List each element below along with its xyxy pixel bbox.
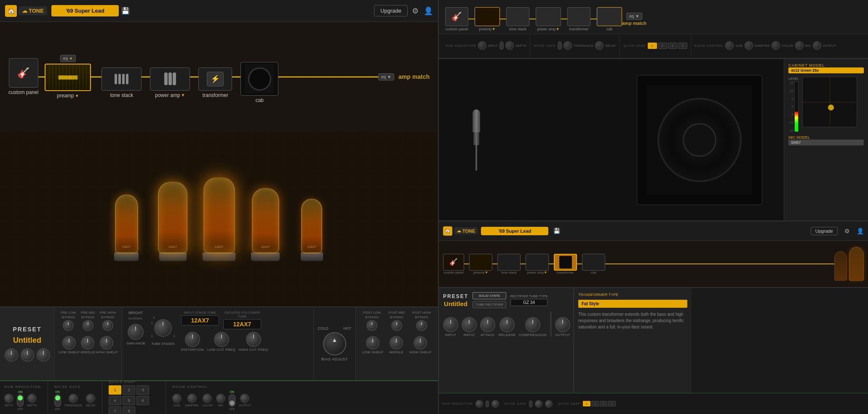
pre-high-knob-top[interactable] bbox=[102, 320, 113, 331]
rb-poweramp-img[interactable] bbox=[526, 254, 549, 271]
post-low-shelf-knob[interactable] bbox=[366, 336, 379, 349]
preset-knob-3[interactable] bbox=[37, 348, 50, 362]
mini-amp-match[interactable]: amp match bbox=[622, 21, 646, 26]
transformer-type-value[interactable]: Fat Style bbox=[578, 300, 687, 308]
gain-knob[interactable] bbox=[128, 324, 144, 340]
rt-decay-knob[interactable] bbox=[595, 41, 604, 50]
amp-match-label[interactable]: amp match bbox=[398, 73, 430, 80]
snap-btn-6[interactable]: 6 bbox=[136, 396, 149, 405]
preamp-img[interactable]: ████████ bbox=[45, 64, 91, 91]
decay-knob[interactable] bbox=[86, 394, 95, 403]
eq-badge-preamp[interactable]: eq ▼ bbox=[60, 55, 76, 62]
rt-snap-2[interactable]: 2 bbox=[658, 43, 667, 49]
distortion-knob[interactable] bbox=[185, 332, 200, 347]
depth-knob[interactable] bbox=[27, 394, 37, 403]
cabinet-model-value[interactable]: 4x12 Green 25s bbox=[788, 67, 864, 73]
pre-low-knob-top[interactable] bbox=[63, 320, 74, 331]
tonestack-img[interactable] bbox=[101, 67, 142, 91]
size-knob[interactable] bbox=[172, 394, 182, 403]
rb-settings-icon[interactable]: ⚙ bbox=[844, 228, 850, 234]
post-high-shelf-knob[interactable] bbox=[414, 336, 427, 349]
rb-input-knob[interactable] bbox=[443, 317, 458, 332]
rb-upgrade-btn[interactable]: Upgrade bbox=[811, 227, 838, 235]
transformer-img[interactable]: ⚡ bbox=[198, 67, 232, 91]
solid-state-btn[interactable]: SOLID STATE bbox=[473, 292, 506, 299]
chain-item-poweramp[interactable]: power amp ▼ bbox=[150, 56, 190, 98]
post-mid-knob-top[interactable] bbox=[391, 320, 402, 331]
mini-poweramp-img[interactable] bbox=[536, 7, 561, 26]
preset-knob-1[interactable] bbox=[5, 348, 18, 362]
rt-size-knob[interactable] bbox=[725, 41, 734, 50]
rb-depth-knob2[interactable] bbox=[491, 400, 499, 408]
save-icon[interactable]: 💾 bbox=[121, 7, 130, 15]
rb-snap-3[interactable]: 3 bbox=[600, 401, 607, 406]
rb-hum-knob[interactable] bbox=[475, 400, 483, 408]
color-knob[interactable] bbox=[203, 394, 212, 403]
rb-ratio-knob[interactable] bbox=[462, 317, 477, 332]
room-toggle[interactable] bbox=[229, 394, 235, 407]
mini-transformer[interactable]: transformer bbox=[567, 7, 590, 31]
poweramp-dropdown[interactable]: ▼ bbox=[181, 93, 185, 97]
post-high-knob-top[interactable] bbox=[416, 320, 427, 331]
rb-tonestack[interactable]: tone stack bbox=[497, 254, 521, 274]
chain-item-tonestack[interactable]: tone stack bbox=[101, 56, 142, 98]
rb-cab-img[interactable] bbox=[582, 254, 605, 271]
post-low-knob-top[interactable] bbox=[366, 320, 377, 331]
rt-snap-3[interactable]: 3 bbox=[668, 43, 677, 49]
rb-save-icon[interactable]: 💾 bbox=[553, 228, 560, 234]
input-stage-tube-select[interactable]: 12AX7 bbox=[181, 315, 219, 325]
rt-depth-knob[interactable] bbox=[505, 41, 514, 50]
mini-preamp-img[interactable] bbox=[475, 7, 500, 26]
low-shelf-knob[interactable] bbox=[62, 336, 76, 349]
rt-snap-4[interactable]: 4 bbox=[678, 43, 687, 49]
bias-knob[interactable] bbox=[323, 332, 346, 355]
rb-tonestack-img[interactable] bbox=[497, 254, 521, 271]
rb-attack-knob[interactable] bbox=[480, 317, 495, 332]
mini-eq[interactable]: eq ▼ bbox=[626, 13, 642, 20]
preset-knob-2[interactable] bbox=[21, 348, 34, 362]
pre-mid-knob-top[interactable] bbox=[83, 320, 93, 331]
hum-toggle[interactable] bbox=[17, 394, 24, 407]
poweramp-img[interactable] bbox=[150, 67, 190, 91]
threshold-knob[interactable] bbox=[69, 394, 78, 403]
rb-preamp-img[interactable] bbox=[469, 254, 492, 271]
rb-snap-2[interactable]: 2 bbox=[591, 401, 599, 406]
rb-home-icon[interactable]: 🏠 bbox=[443, 226, 452, 236]
chain-item-ampmatch[interactable]: amp match bbox=[398, 73, 430, 80]
output-knob[interactable] bbox=[240, 394, 249, 403]
mini-tonestack[interactable]: tone stack bbox=[506, 7, 529, 31]
rt-hum-knob[interactable] bbox=[478, 41, 486, 50]
mini-transformer-img[interactable] bbox=[567, 7, 590, 26]
cathode-tube-select[interactable]: 12AX7 bbox=[223, 319, 261, 329]
cab-img[interactable] bbox=[240, 62, 278, 96]
snap-btn-8[interactable]: 8 bbox=[123, 406, 135, 414]
upgrade-button[interactable]: Upgrade bbox=[374, 5, 408, 16]
middle-knob[interactable] bbox=[81, 336, 94, 349]
xy-pad[interactable] bbox=[802, 77, 857, 127]
preset-name-header[interactable]: '69 Super Lead bbox=[51, 5, 119, 16]
low-cut-knob[interactable] bbox=[214, 332, 229, 347]
snap-btn-7[interactable]: 7 bbox=[109, 406, 121, 414]
high-shelf-knob[interactable] bbox=[100, 336, 113, 349]
rt-mix-knob[interactable] bbox=[795, 41, 804, 50]
rt-snap-1[interactable]: 1 bbox=[648, 43, 657, 49]
rb-user-icon[interactable]: 👤 bbox=[857, 228, 864, 234]
rb-snap-4[interactable]: 4 bbox=[608, 401, 616, 406]
chain-item-preamp[interactable]: eq ▼ ████████ preamp ▼ bbox=[45, 55, 91, 99]
input-knob[interactable] bbox=[4, 394, 13, 403]
rb-output-knob[interactable] bbox=[555, 317, 570, 332]
rb-preset-name[interactable]: '69 Super Lead bbox=[481, 227, 548, 235]
home-icon[interactable]: 🏠 bbox=[5, 5, 17, 17]
mini-cab-img[interactable] bbox=[597, 7, 622, 26]
mini-preamp[interactable]: preamp▼ bbox=[475, 7, 500, 31]
rt-damping-knob[interactable] bbox=[745, 41, 753, 50]
tube-stages-dial[interactable]: 5 4 3 2 bbox=[154, 319, 172, 340]
preamp-dropdown[interactable]: ▼ bbox=[75, 94, 79, 98]
snap-btn-1[interactable]: 1 bbox=[109, 385, 121, 395]
damping-knob[interactable] bbox=[187, 394, 197, 403]
rt-threshold-knob[interactable] bbox=[564, 41, 572, 50]
rb-ng-toggle[interactable] bbox=[529, 401, 532, 407]
rt-output-knob[interactable] bbox=[813, 41, 821, 50]
mini-poweramp[interactable]: power amp▼ bbox=[536, 7, 561, 31]
rb-snap-1[interactable]: 1 bbox=[583, 401, 590, 406]
